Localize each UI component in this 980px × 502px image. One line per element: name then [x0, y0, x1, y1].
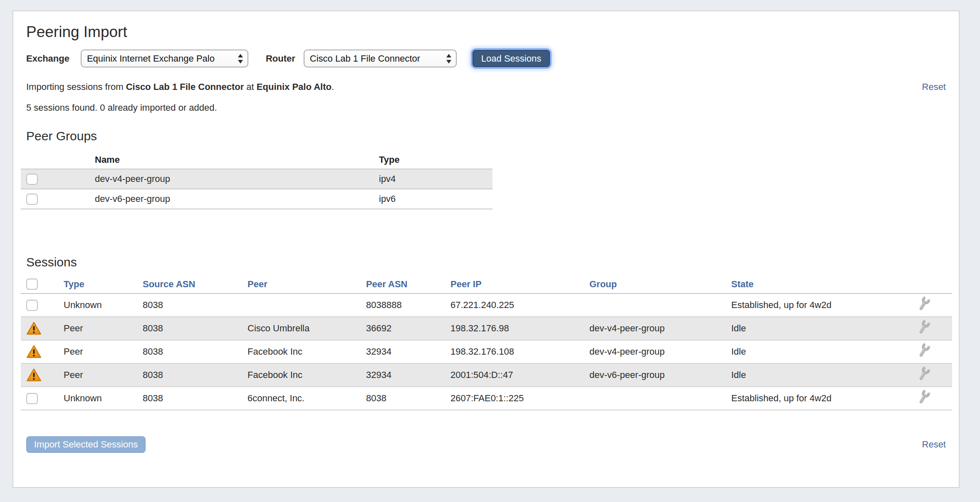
- session-edit-cell[interactable]: [890, 363, 952, 387]
- session-row: Peer8038Cisco Umbrella36692198.32.176.98…: [21, 317, 952, 340]
- select-all-cell: [21, 275, 58, 293]
- sessions-header-row: Type Source ASN Peer Peer ASN Peer IP Gr…: [21, 275, 952, 293]
- session-type: Unknown: [58, 387, 137, 410]
- sessions-col-actions: [890, 275, 952, 293]
- session-state: Idle: [726, 340, 890, 363]
- session-row: Peer8038Facebook Inc329342001:504:D::47d…: [21, 363, 952, 387]
- sessions-col-peer-asn[interactable]: Peer ASN: [361, 275, 445, 293]
- session-state: Established, up for 4w2d: [726, 387, 890, 410]
- peer-groups-select-column: [21, 151, 89, 169]
- session-warning-cell: [21, 340, 58, 363]
- wrench-icon[interactable]: [916, 320, 931, 335]
- session-group: [584, 387, 726, 410]
- wrench-icon[interactable]: [916, 296, 931, 311]
- sessions-col-state[interactable]: State: [726, 275, 890, 293]
- sessions-col-type[interactable]: Type: [58, 275, 137, 293]
- select-arrows-icon: [238, 53, 243, 64]
- sessions-col-peer[interactable]: Peer: [242, 275, 361, 293]
- exchange-select[interactable]: Equinix Internet Exchange Palo: [81, 50, 248, 67]
- session-source-asn: 8038: [137, 340, 242, 363]
- session-state: Idle: [726, 317, 890, 340]
- wrench-icon[interactable]: [916, 390, 931, 405]
- import-status-mid: at: [244, 82, 257, 92]
- router-label: Router: [266, 53, 295, 64]
- session-row: Unknown80386connect, Inc.80382607:FAE0:1…: [21, 387, 952, 410]
- session-peer: Cisco Umbrella: [242, 317, 361, 340]
- session-group: dev-v4-peer-group: [584, 340, 726, 363]
- import-selected-sessions-button[interactable]: Import Selected Sessions: [26, 436, 146, 453]
- row-checkbox[interactable]: [26, 174, 38, 185]
- controls-row: Exchange Equinix Internet Exchange Palo …: [26, 50, 946, 67]
- select-arrows-icon: [446, 53, 452, 64]
- session-group: dev-v6-peer-group: [584, 363, 726, 387]
- page-title: Peering Import: [26, 24, 946, 40]
- sessions-col-peer-ip[interactable]: Peer IP: [445, 275, 584, 293]
- peer-group-type: ipv4: [374, 169, 492, 189]
- load-sessions-button[interactable]: Load Sessions: [473, 50, 550, 67]
- reset-link-top[interactable]: Reset: [922, 82, 946, 92]
- sessions-summary: 5 sessions found. 0 already imported or …: [26, 102, 946, 113]
- sessions-table: Type Source ASN Peer Peer ASN Peer IP Gr…: [21, 275, 952, 410]
- peer-groups-col-name: Name: [89, 151, 374, 169]
- session-source-asn: 8038: [137, 387, 242, 410]
- connector-name: Cisco Lab 1 File Connector: [126, 82, 244, 92]
- select-all-checkbox[interactable]: [26, 278, 38, 290]
- session-type: Peer: [58, 340, 137, 363]
- session-peer: 6connect, Inc.: [242, 387, 361, 410]
- exchange-select-value: Equinix Internet Exchange Palo: [87, 53, 215, 64]
- peer-group-name: dev-v4-peer-group: [89, 169, 374, 189]
- session-peer: Facebook Inc: [242, 363, 361, 387]
- row-checkbox[interactable]: [26, 300, 38, 311]
- import-status-suffix: .: [332, 82, 334, 92]
- warning-icon: [26, 368, 42, 382]
- peer-group-type: ipv6: [374, 189, 492, 209]
- sessions-col-group[interactable]: Group: [584, 275, 726, 293]
- session-peer-ip: 67.221.240.225: [445, 293, 584, 317]
- sessions-col-source-asn[interactable]: Source ASN: [137, 275, 242, 293]
- session-warning-cell: [21, 317, 58, 340]
- router-select-value: Cisco Lab 1 File Connector: [310, 53, 420, 64]
- session-peer-ip: 2607:FAE0:1::225: [445, 387, 584, 410]
- warning-icon: [26, 345, 42, 359]
- session-group: [584, 293, 726, 317]
- session-edit-cell[interactable]: [890, 340, 952, 363]
- row-checkbox[interactable]: [26, 194, 38, 205]
- session-row: Peer8038Facebook Inc32934198.32.176.108d…: [21, 340, 952, 363]
- session-edit-cell[interactable]: [890, 293, 952, 317]
- session-type: Peer: [58, 317, 137, 340]
- import-status-prefix: Importing sessions from: [26, 82, 126, 92]
- peer-group-select-cell: [21, 169, 89, 189]
- row-checkbox[interactable]: [26, 393, 38, 404]
- session-source-asn: 8038: [137, 363, 242, 387]
- session-peer-asn: 8038: [361, 387, 445, 410]
- peer-groups-header-row: Name Type: [21, 151, 492, 169]
- session-peer-ip: 2001:504:D::47: [445, 363, 584, 387]
- import-status-row: Importing sessions from Cisco Lab 1 File…: [26, 82, 946, 92]
- session-type: Peer: [58, 363, 137, 387]
- peer-group-select-cell: [21, 189, 89, 209]
- peer-group-name: dev-v6-peer-group: [89, 189, 374, 209]
- session-warning-cell: [21, 363, 58, 387]
- session-edit-cell[interactable]: [890, 387, 952, 410]
- exchange-name: Equinix Palo Alto: [257, 82, 332, 92]
- session-peer-asn: 32934: [361, 340, 445, 363]
- import-status-text: Importing sessions from Cisco Lab 1 File…: [26, 82, 334, 92]
- peer-group-row: dev-v6-peer-groupipv6: [21, 189, 492, 209]
- sessions-heading: Sessions: [26, 256, 946, 268]
- wrench-icon[interactable]: [916, 343, 931, 358]
- footer-row: Import Selected Sessions Reset: [26, 436, 946, 453]
- warning-icon: [26, 321, 42, 335]
- reset-link-bottom[interactable]: Reset: [922, 439, 946, 450]
- session-source-asn: 8038: [137, 293, 242, 317]
- peering-import-panel: Peering Import Exchange Equinix Internet…: [12, 10, 960, 488]
- peer-groups-heading: Peer Groups: [26, 130, 946, 142]
- session-select-cell: [21, 293, 58, 317]
- session-peer-ip: 198.32.176.108: [445, 340, 584, 363]
- peer-groups-col-type: Type: [374, 151, 492, 169]
- router-select[interactable]: Cisco Lab 1 File Connector: [304, 50, 457, 67]
- wrench-icon[interactable]: [916, 366, 931, 381]
- session-state: Established, up for 4w2d: [726, 293, 890, 317]
- session-edit-cell[interactable]: [890, 317, 952, 340]
- exchange-label: Exchange: [26, 53, 69, 64]
- session-peer-asn: 32934: [361, 363, 445, 387]
